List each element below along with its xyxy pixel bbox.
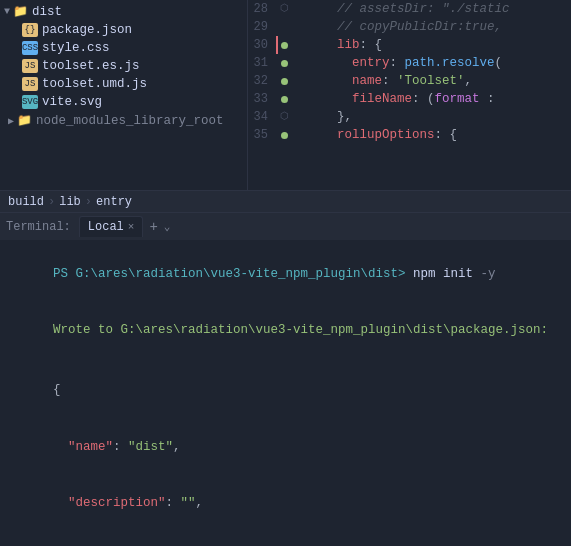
js-file-icon-es: JS bbox=[22, 59, 38, 73]
breadcrumb-sep-1: › bbox=[48, 195, 55, 209]
line-content-35: rollupOptions: { bbox=[292, 126, 571, 144]
dot-35 bbox=[276, 132, 292, 139]
terminal-json-line-description: "description": "", bbox=[8, 475, 563, 531]
dist-folder[interactable]: ▼ 📁 dist bbox=[0, 2, 247, 21]
line-content-28: // assetsDir: "./static bbox=[292, 0, 571, 18]
file-tree: ▼ 📁 dist {} package.json CSS style.css J… bbox=[0, 0, 248, 190]
terminal-json-line-0: { bbox=[8, 363, 563, 419]
terminal-json-line-main: "main": "toolset.es.js", bbox=[8, 531, 563, 546]
breadcrumb-entry: entry bbox=[96, 195, 132, 209]
folder-arrow-icon: ▼ bbox=[4, 6, 10, 17]
folder-icon: 📁 bbox=[13, 4, 28, 19]
terminal-add-tab-button[interactable]: + bbox=[143, 216, 163, 238]
terminal-prompt: PS G:\ares\radiation\vue3-vite_npm_plugi… bbox=[53, 267, 406, 281]
code-line-28: 28 ⬡ // assetsDir: "./static bbox=[248, 0, 571, 18]
dist-folder-label: dist bbox=[32, 5, 62, 19]
json-file-icon: {} bbox=[22, 23, 38, 37]
code-line-31: 31 entry: path.resolve( bbox=[248, 54, 571, 72]
line-num-34: 34 bbox=[248, 108, 276, 126]
file-name-toolset-es: toolset.es.js bbox=[42, 59, 140, 73]
line-content-30: lib: { bbox=[292, 36, 571, 54]
line-num-30: 30 bbox=[248, 36, 276, 54]
terminal-wrote-line: Wrote to G:\ares\radiation\vue3-vite_npm… bbox=[8, 302, 563, 358]
line-content-31: entry: path.resolve( bbox=[292, 54, 571, 72]
node-modules-folder-icon: 📁 bbox=[17, 113, 32, 128]
fold-28: ⬡ bbox=[276, 0, 292, 18]
terminal-section: Terminal: Local × + ⌄ PS G:\ares\radiati… bbox=[0, 212, 571, 546]
js-file-icon-umd: JS bbox=[22, 77, 38, 91]
breadcrumb: build › lib › entry bbox=[0, 190, 571, 212]
node-modules-folder[interactable]: ▶ 📁 node_modules_library_root bbox=[0, 111, 247, 130]
code-line-35: 35 rollupOptions: { bbox=[248, 126, 571, 144]
file-toolset-umd-js[interactable]: JS toolset.umd.js bbox=[0, 75, 247, 93]
code-line-34: 34 ⬡ }, bbox=[248, 108, 571, 126]
code-line-32: 32 name: 'Toolset', bbox=[248, 72, 571, 90]
dot-32 bbox=[276, 78, 292, 85]
breadcrumb-sep-2: › bbox=[85, 195, 92, 209]
file-package-json[interactable]: {} package.json bbox=[0, 21, 247, 39]
terminal-tab-local-label: Local bbox=[88, 220, 124, 234]
terminal-json-line-name: "name": "dist", bbox=[8, 419, 563, 475]
file-toolset-es-js[interactable]: JS toolset.es.js bbox=[0, 57, 247, 75]
file-name-package-json: package.json bbox=[42, 23, 132, 37]
line-num-28: 28 bbox=[248, 0, 276, 18]
line-content-32: name: 'Toolset', bbox=[292, 72, 571, 90]
node-modules-arrow-icon: ▶ bbox=[8, 115, 14, 127]
svg-file-icon: SVG bbox=[22, 95, 38, 109]
line-num-31: 31 bbox=[248, 54, 276, 72]
terminal-label: Terminal: bbox=[6, 220, 71, 234]
terminal-flag: -y bbox=[473, 267, 496, 281]
terminal-tab-local[interactable]: Local × bbox=[79, 216, 144, 237]
node-modules-label: node_modules_library_root bbox=[36, 114, 224, 128]
code-editor: 28 ⬡ // assetsDir: "./static 29 // copyP… bbox=[248, 0, 571, 190]
file-vite-svg[interactable]: SVG vite.svg bbox=[0, 93, 247, 111]
line-num-29: 29 bbox=[248, 18, 276, 36]
dot-30 bbox=[276, 42, 292, 49]
fold-34: ⬡ bbox=[276, 108, 292, 126]
terminal-tabs-bar: Terminal: Local × + ⌄ bbox=[0, 212, 571, 240]
dot-31 bbox=[276, 60, 292, 67]
file-name-vite-svg: vite.svg bbox=[42, 95, 102, 109]
breadcrumb-build: build bbox=[8, 195, 44, 209]
terminal-wrote-text: Wrote to G:\ares\radiation\vue3-vite_npm… bbox=[53, 323, 548, 337]
file-style-css[interactable]: CSS style.css bbox=[0, 39, 247, 57]
code-lines-container: 28 ⬡ // assetsDir: "./static 29 // copyP… bbox=[248, 0, 571, 190]
tab-close-icon[interactable]: × bbox=[128, 221, 135, 233]
line-num-32: 32 bbox=[248, 72, 276, 90]
file-name-style-css: style.css bbox=[42, 41, 110, 55]
terminal-chevron-icon[interactable]: ⌄ bbox=[164, 220, 171, 233]
line-content-29: // copyPublicDir:true, bbox=[292, 18, 571, 36]
line-content-33: fileName: (format : bbox=[292, 90, 571, 108]
code-line-29: 29 // copyPublicDir:true, bbox=[248, 18, 571, 36]
line-content-34: }, bbox=[292, 108, 571, 126]
breadcrumb-lib: lib bbox=[59, 195, 81, 209]
line-num-35: 35 bbox=[248, 126, 276, 144]
terminal-body: PS G:\ares\radiation\vue3-vite_npm_plugi… bbox=[0, 240, 571, 546]
code-line-30: 30 lib: { bbox=[248, 36, 571, 54]
file-name-toolset-umd: toolset.umd.js bbox=[42, 77, 147, 91]
terminal-command: npm init bbox=[406, 267, 474, 281]
dot-33 bbox=[276, 96, 292, 103]
code-line-33: 33 fileName: (format : bbox=[248, 90, 571, 108]
terminal-prompt-line: PS G:\ares\radiation\vue3-vite_npm_plugi… bbox=[8, 246, 563, 302]
line-num-33: 33 bbox=[248, 90, 276, 108]
css-file-icon: CSS bbox=[22, 41, 38, 55]
